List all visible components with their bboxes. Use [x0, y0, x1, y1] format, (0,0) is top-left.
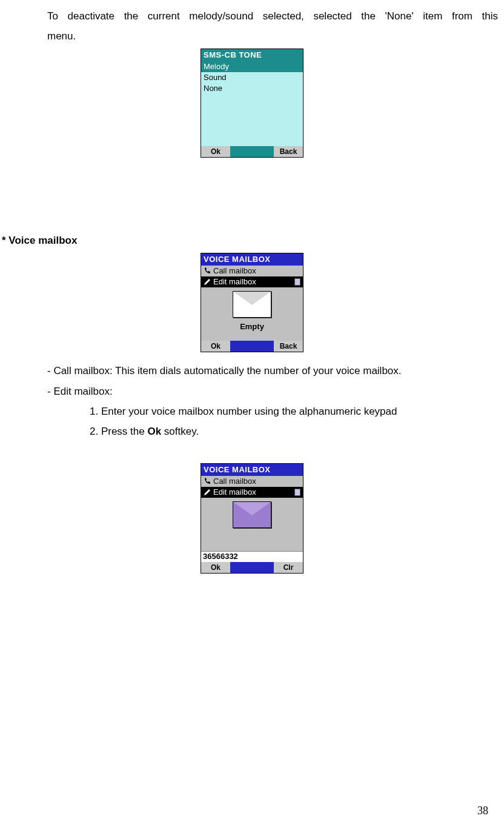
vm-titlebar: VOICE MAILBOX	[201, 253, 303, 266]
item-label: Call mailbox	[213, 476, 256, 487]
ok-softkey[interactable]: Ok	[201, 341, 230, 352]
back-softkey[interactable]: Back	[274, 146, 303, 157]
scroll-indicator	[294, 489, 300, 496]
list-item-sound[interactable]: Sound	[201, 72, 303, 83]
envelope-icon	[233, 291, 271, 318]
voice-mailbox-screenshot-empty: VOICE MAILBOX Call mailbox Edit mailbox …	[201, 253, 303, 352]
envelope-label: Empty	[240, 321, 264, 332]
list-item-call-mailbox[interactable]: Call mailbox	[201, 476, 303, 487]
sms-softkeys: Ok Back	[201, 146, 303, 157]
vm2-softkeys: Ok Clr	[201, 562, 303, 573]
ok-softkey[interactable]: Ok	[201, 562, 230, 573]
vm-list: Call mailbox Edit mailbox	[201, 266, 303, 289]
mailbox-number-input[interactable]: 36566332	[201, 551, 303, 562]
list-item-none[interactable]: None	[201, 83, 303, 94]
pencil-icon	[204, 489, 211, 496]
envelope-area: Empty	[201, 289, 303, 341]
step-1: 1. Enter your voice mailbox number using…	[90, 401, 498, 421]
list-item-edit-mailbox[interactable]: Edit mailbox	[201, 276, 303, 287]
pencil-icon	[204, 278, 211, 286]
step-2-ok: Ok	[147, 426, 161, 437]
phone-icon	[204, 267, 211, 275]
item-label: Edit mailbox	[213, 276, 256, 287]
envelope-icon	[233, 501, 271, 528]
step-2-prefix: 2. Press the	[90, 426, 147, 437]
list-item-melody[interactable]: Melody	[201, 61, 303, 72]
sms-list: Melody Sound None	[201, 61, 303, 146]
item-label: Edit mailbox	[213, 487, 256, 498]
sms-cb-tone-screenshot: SMS-CB TONE Melody Sound None Ok Back	[201, 49, 303, 158]
voice-mailbox-screenshot-number: VOICE MAILBOX Call mailbox Edit mailbox …	[201, 463, 303, 574]
back-softkey[interactable]: Back	[274, 341, 303, 352]
scroll-indicator	[294, 278, 300, 286]
vm2-list: Call mailbox Edit mailbox	[201, 476, 303, 499]
intro-paragraph: To deactivate the current melody/sound s…	[47, 6, 498, 46]
page-number: 38	[477, 800, 488, 822]
item-label: Call mailbox	[213, 266, 256, 276]
envelope-area	[201, 499, 303, 551]
step-2-suffix: softkey.	[161, 426, 199, 437]
desc-call-mailbox: - Call mailbox: This item dials automati…	[47, 361, 498, 381]
desc-edit-mailbox: - Edit mailbox:	[47, 381, 498, 401]
sms-titlebar: SMS-CB TONE	[201, 49, 303, 61]
phone-icon	[204, 478, 211, 485]
list-item-call-mailbox[interactable]: Call mailbox	[201, 266, 303, 276]
step-2: 2. Press the Ok softkey.	[90, 421, 498, 441]
vm-softkeys: Ok Back	[201, 341, 303, 352]
ok-softkey[interactable]: Ok	[201, 146, 230, 157]
section-heading-voice-mailbox: * Voice mailbox	[2, 230, 504, 250]
clr-softkey[interactable]: Clr	[274, 562, 303, 573]
vm2-titlebar: VOICE MAILBOX	[201, 464, 303, 476]
list-item-edit-mailbox[interactable]: Edit mailbox	[201, 487, 303, 498]
